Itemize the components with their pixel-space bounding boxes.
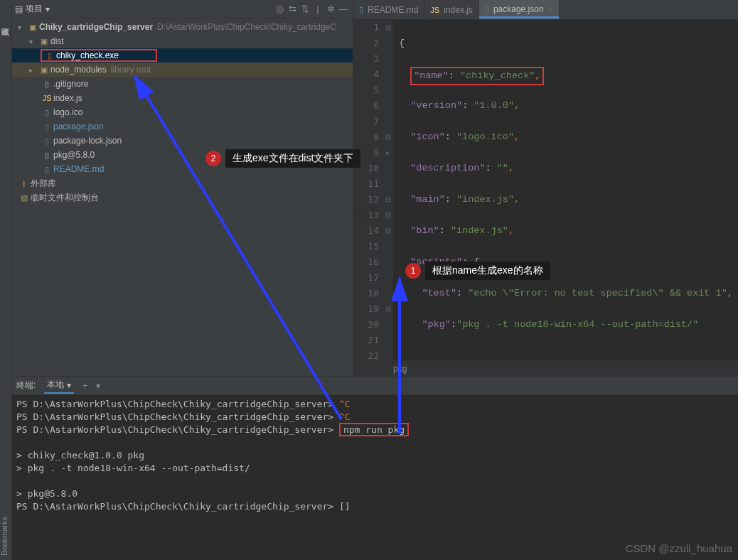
fold-gutter[interactable]: ⊟⊟▸⊟⊟⊟⊟ [383, 20, 393, 360]
js-icon: JS [41, 94, 53, 102]
expand-icon[interactable]: ⇅ [299, 4, 311, 14]
project-icon: ▤ [15, 4, 23, 14]
editor-tabs: ▯README.md JSindex.js ▯package.json× [353, 0, 738, 20]
target-icon[interactable]: ◎ [273, 4, 286, 14]
terminal-command: npm run pkg [339, 423, 409, 436]
tree-package[interactable]: ▯package.json [12, 119, 353, 134]
terminal-body[interactable]: PS D:\AstarWorkPlus\ChipCheck\Chiky_cart… [12, 395, 738, 560]
gear-icon[interactable]: ✲ [324, 4, 337, 14]
editor-breadcrumb[interactable]: pkg [353, 360, 738, 376]
tree-node-modules[interactable]: ▸▣ node_modules library root [12, 63, 353, 77]
tab-index[interactable]: JSindex.js [424, 0, 479, 19]
tree-dist[interactable]: ▾▣ dist [12, 34, 353, 48]
lib-icon: ⫿ [18, 179, 31, 188]
pkg-icon: ▯ [41, 151, 53, 160]
tab-readme[interactable]: ▯README.md [353, 0, 424, 19]
line-gutter: 12345678910111213141516171819202122 [353, 20, 383, 360]
terminal-cursor: [] [339, 501, 351, 512]
file-icon: ▯ [41, 80, 53, 89]
folder-icon: ▣ [38, 37, 50, 46]
code-editor[interactable]: 12345678910111213141516171819202122 ⊟⊟▸⊟… [353, 20, 738, 360]
collapse-icon[interactable]: ⇆ [286, 4, 299, 14]
json-icon: ▯ [41, 122, 53, 131]
tree-package-lock[interactable]: ▯package-lock.json [12, 134, 353, 148]
terminal-header: 终端: 本地▾ + ▾ [12, 377, 738, 395]
tree-root[interactable]: ▾▣ Chiky_cartridgeChip_server D:\AstarWo… [12, 20, 353, 34]
js-icon: JS [430, 6, 439, 14]
json-icon: ▯ [485, 4, 489, 14]
tree-scratch[interactable]: ▧临时文件和控制台 [12, 190, 353, 205]
chevron-down-icon[interactable]: ▾ [67, 380, 71, 390]
project-tool-header: ▤ 项目 ▾ ◎ ⇆ ⇅ | ✲ — [12, 0, 353, 18]
md-icon: ▯ [41, 165, 53, 174]
annotation-bubble: 2 [205, 151, 221, 166]
terminal-tab-local[interactable]: 本地▾ [44, 377, 74, 394]
scratch-icon: ▧ [18, 193, 31, 203]
annotation-text: 根据name生成exe的名称 [425, 262, 550, 280]
hide-icon[interactable]: — [337, 4, 350, 14]
annotation-text: 生成exe文件在dist文件夹下 [225, 149, 360, 168]
tab-package[interactable]: ▯package.json× [479, 0, 560, 19]
tree-exe[interactable]: ▯ chiky_check.exe [12, 48, 353, 63]
terminal-output: > pkg@5.8.0 [16, 488, 734, 500]
json-icon: ▯ [41, 136, 53, 146]
terminal-output: > pkg . -t node18-win-x64 --out-path=dis… [16, 462, 734, 475]
tree-logo[interactable]: ▯logo.ico [12, 105, 353, 119]
project-tree[interactable]: ▾▣ Chiky_cartridgeChip_server D:\AstarWo… [12, 18, 353, 376]
tree-external-lib[interactable]: ⫿外部库 [12, 176, 353, 190]
watermark: CSDN @zzuli_huahua [626, 542, 732, 554]
ico-icon: ▯ [41, 108, 53, 117]
folder-icon: ▣ [26, 23, 39, 32]
project-tool-window: ▤ 项目 ▾ ◎ ⇆ ⇅ | ✲ — ▾▣ Chiky_cartridgeChi… [12, 0, 353, 376]
project-header-label[interactable]: 项目 [26, 3, 43, 15]
annotation-bubble: 1 [405, 263, 421, 279]
exe-icon: ▯ [43, 51, 56, 60]
bookmarks-tab[interactable]: Bookmarks [0, 517, 9, 556]
annotation-2: 2 生成exe文件在dist文件夹下 [205, 149, 360, 168]
md-icon: ▯ [359, 5, 363, 14]
left-rail-tab[interactable]: 收藏 [0, 0, 11, 21]
folder-icon: ▣ [38, 65, 50, 75]
tree-indexjs[interactable]: JSindex.js [12, 91, 353, 105]
terminal-add-tab[interactable]: + [82, 381, 87, 391]
close-icon[interactable]: × [548, 4, 553, 14]
annotation-1: 1 根据name生成exe的名称 [405, 262, 550, 280]
divider-icon: | [311, 4, 324, 14]
chevron-down-icon[interactable]: ▾ [46, 4, 50, 14]
tree-gitignore[interactable]: ▯.gitignore [12, 77, 353, 91]
chevron-down-icon[interactable]: ▾ [96, 381, 100, 391]
terminal-output: > chiky_check@1.0.0 pkg [16, 449, 734, 462]
terminal-label: 终端: [16, 379, 36, 392]
